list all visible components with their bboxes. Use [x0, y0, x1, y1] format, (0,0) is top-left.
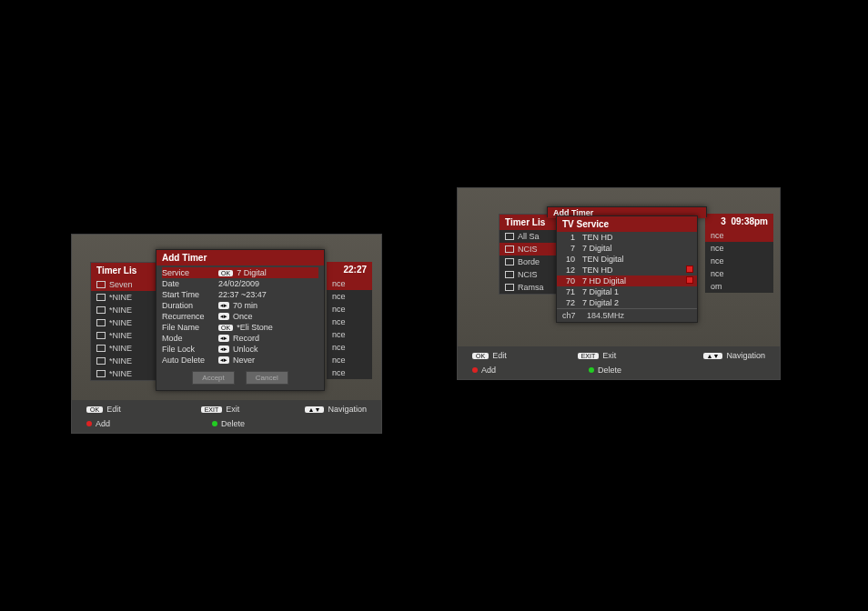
service-name: 7 Digital 1 [582, 287, 693, 296]
timer-list-row-frag: nce [705, 242, 773, 255]
hint-add: Add [481, 366, 496, 375]
dialog-title: Add Timer [156, 250, 324, 265]
timer-list-row[interactable]: NCIS [500, 268, 561, 281]
field-row-auto-delete[interactable]: Auto Delete◂▸Never [162, 355, 318, 366]
field-value: Unlock [233, 345, 258, 354]
field-row-file-name[interactable]: File NameOK*Eli Stone [162, 322, 318, 333]
field-value: 24/02/2009 [218, 279, 259, 288]
bullet [73, 477, 77, 482]
service-row[interactable]: 12TEN HD [557, 265, 697, 275]
footer-channel: ch7 [562, 311, 576, 320]
timer-list-row-frag: om [705, 280, 773, 293]
field-row-duration[interactable]: Duration◂▸70 min [162, 300, 318, 311]
hint-exit: Exit [602, 351, 616, 360]
tv-icon [505, 233, 514, 240]
bullet [473, 547, 478, 552]
tv-service-list: 1TEN HD77 Digital10TEN Digital12TEN HD70… [557, 232, 697, 308]
field-label: File Lock [162, 345, 218, 354]
field-value: 70 min [233, 301, 257, 310]
bullet [73, 568, 77, 573]
hint-add: Add [96, 419, 110, 428]
field-label: Recurrence [162, 312, 218, 321]
field-row-service[interactable]: ServiceOK7 Digital [162, 267, 318, 278]
tv-service-dialog: TV Service 1TEN HD77 Digital10TEN Digita… [556, 215, 698, 323]
timer-list-row[interactable]: Ramsa [500, 281, 561, 294]
timer-list-row[interactable]: NCIS [500, 243, 561, 255]
hint-edit: Edit [106, 405, 121, 414]
timer-list-row[interactable]: Borde [500, 255, 561, 268]
arrows-icon: ◂▸ [218, 346, 229, 353]
tv-service-footer: ch7 184.5MHz [557, 308, 697, 322]
cancel-button[interactable]: Cancel [246, 371, 288, 385]
timer-list-right-fragment: 22:27 ncencencencencencencence [327, 262, 372, 379]
timer-list-row-frag: nce [705, 255, 773, 267]
tv-icon [96, 370, 106, 377]
service-row[interactable]: 717 Digital 1 [557, 286, 697, 297]
service-number: 7 [560, 244, 582, 253]
service-row[interactable]: 10TEN Digital [557, 254, 697, 265]
service-name: TEN HD [582, 265, 682, 275]
bullet [459, 456, 464, 460]
tv-icon [96, 294, 106, 301]
timer-list-row-frag: nce [327, 290, 372, 303]
field-row-start-time[interactable]: Start Time22:37 ~23:47 [162, 289, 318, 300]
record-mark-icon [686, 265, 693, 273]
field-row-date[interactable]: Date24/02/2009 [162, 278, 318, 289]
hint-delete: Delete [598, 366, 621, 375]
timer-list-row-frag: nce [327, 366, 372, 379]
service-number: 10 [560, 255, 582, 264]
service-row[interactable]: 77 Digital [557, 243, 697, 254]
add-timer-dialog: Add Timer ServiceOK7 DigitalDate24/02/20… [156, 249, 325, 391]
hint-nav: Navigation [726, 351, 765, 360]
red-dot-icon [86, 421, 92, 426]
tv-icon [96, 345, 106, 352]
field-row-mode[interactable]: Mode◂▸Record [162, 333, 318, 344]
bullet [459, 401, 464, 406]
timer-list-panel: Timer Lis All SaNCISBordeNCISRamsa [499, 214, 562, 295]
tv-icon [96, 281, 106, 288]
service-number: 72 [560, 298, 582, 307]
field-row-recurrence[interactable]: Recurrence◂▸Once [162, 311, 318, 322]
page-body: Timer Lis Seven*NINE*NINE*NINE*NINE*NINE… [0, 52, 868, 611]
tv-icon [505, 284, 514, 291]
tv-icon [96, 319, 106, 326]
tv-icon [96, 332, 106, 339]
service-name: 7 Digital 2 [582, 298, 693, 307]
service-row[interactable]: 727 Digital 2 [557, 297, 697, 308]
service-name: 7 HD Digital [582, 276, 682, 285]
timer-list-row[interactable]: All Sa [500, 230, 561, 243]
field-row-file-lock[interactable]: File Lock◂▸Unlock [162, 344, 318, 355]
field-label: Date [162, 279, 218, 288]
service-row[interactable]: 707 HD Digital [557, 275, 697, 286]
timer-list-row-frag: nce [327, 303, 372, 316]
red-dot-icon [472, 367, 478, 373]
ok-chip-icon: OK [218, 325, 233, 331]
field-label: Duration [162, 301, 218, 310]
clock: 09:38pm [731, 216, 768, 226]
dialog-button-row: Accept Cancel [156, 367, 324, 390]
service-row[interactable]: 1TEN HD [557, 232, 697, 243]
timer-list-row-frag: nce [705, 267, 773, 280]
hint-exit: Exit [226, 405, 239, 414]
field-value: Never [233, 356, 255, 365]
hint-nav: Navigation [328, 405, 367, 414]
footer-freq: 184.5MHz [587, 311, 624, 320]
service-name: 7 Digital [582, 244, 693, 253]
field-value: 22:37 ~23:47 [218, 290, 267, 299]
page-topbar [0, 0, 868, 52]
tv-icon [505, 245, 514, 253]
ok-chip: OK [472, 353, 489, 359]
tv-icon [96, 306, 106, 314]
hint-edit: Edit [492, 351, 507, 360]
nav-chip: ▲▼ [703, 353, 723, 359]
tv-service-title: TV Service [557, 216, 697, 232]
accept-button[interactable]: Accept [192, 371, 234, 385]
nav-chip: ▲▼ [305, 406, 325, 413]
field-value: 7 Digital [237, 268, 267, 277]
ok-chip-icon: OK [218, 270, 233, 276]
screenshot-add-timer-form: Timer Lis Seven*NINE*NINE*NINE*NINE*NINE… [71, 234, 382, 434]
hint-delete: Delete [221, 419, 245, 428]
ok-chip: OK [86, 406, 103, 413]
service-number: 1 [560, 233, 582, 242]
timer-list-row-frag: nce [327, 354, 372, 366]
